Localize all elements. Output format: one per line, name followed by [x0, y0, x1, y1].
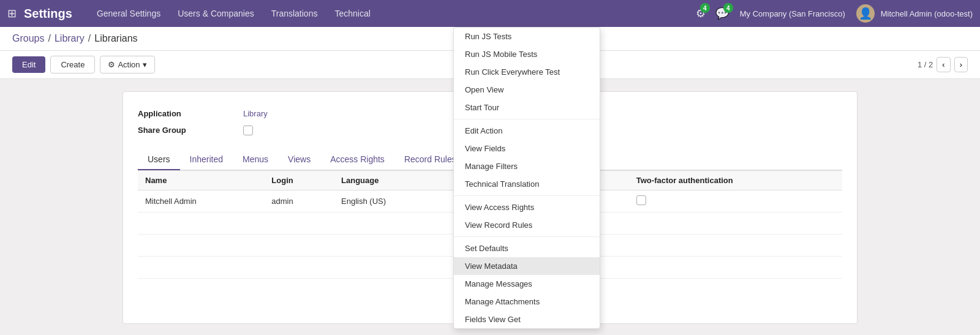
avatar-image: 👤 — [859, 7, 872, 20]
share-group-checkbox-wrapper — [243, 123, 383, 137]
menu-set-defaults[interactable]: Set Defaults — [454, 239, 600, 257]
create-button[interactable]: Create — [50, 56, 95, 73]
cell-language: English (US) — [334, 190, 448, 213]
menu-run-click-everywhere[interactable]: Run Click Everywhere Test — [454, 63, 600, 81]
menu-manage-filters[interactable]: Manage Filters — [454, 157, 600, 175]
tab-menus[interactable]: Menus — [233, 149, 278, 170]
app-grid-icon[interactable]: ⊞ — [7, 7, 17, 20]
breadcrumb-librarians: Librarians — [94, 33, 137, 44]
breadcrumb-groups[interactable]: Groups — [12, 33, 44, 44]
pagination: 1 / 2 ‹ › — [918, 57, 968, 72]
top-nav: ⊞ Settings General Settings Users & Comp… — [0, 0, 980, 27]
menu-view-metadata[interactable]: View Metadata — [454, 257, 600, 275]
divider-2 — [454, 195, 600, 196]
tab-views[interactable]: Views — [278, 149, 320, 170]
nav-links: General Settings Users & Companies Trans… — [89, 5, 696, 22]
nav-technical[interactable]: Technical — [327, 5, 377, 22]
nav-right: ⚙ 4 💬 4 My Company (San Francisco) 👤 Mit… — [696, 4, 973, 23]
edit-button[interactable]: Edit — [12, 56, 45, 73]
menu-view-record-rules[interactable]: View Record Rules — [454, 216, 600, 234]
breadcrumb-sep2: / — [88, 33, 91, 44]
company-name[interactable]: My Company (San Francisco) — [735, 7, 850, 21]
nav-translations[interactable]: Translations — [264, 5, 325, 22]
menu-start-tour[interactable]: Start Tour — [454, 99, 600, 116]
col-login: Login — [264, 171, 334, 190]
action-button[interactable]: ⚙ Action ▾ — [100, 56, 154, 73]
app-title: Settings — [24, 7, 72, 21]
dropdown-menu: Run JS Tests Run JS Mobile Tests Run Cli… — [453, 27, 600, 329]
nav-users-companies[interactable]: Users & Companies — [170, 5, 262, 22]
menu-technical-translation[interactable]: Technical Translation — [454, 175, 600, 193]
two-factor-checkbox[interactable] — [636, 195, 646, 205]
prev-page-button[interactable]: ‹ — [937, 57, 950, 72]
caret-icon: ▾ — [143, 60, 147, 69]
divider-3 — [454, 236, 600, 237]
chat-nav-button[interactable]: 💬 4 — [715, 7, 729, 20]
menu-view-access-rights[interactable]: View Access Rights — [454, 198, 600, 216]
next-page-button[interactable]: › — [954, 57, 968, 72]
menu-run-js-tests[interactable]: Run JS Tests — [454, 28, 600, 45]
page-info: 1 / 2 — [918, 60, 933, 69]
tab-access-rights[interactable]: Access Rights — [320, 149, 394, 170]
col-language: Language — [334, 171, 448, 190]
gear-nav-button[interactable]: ⚙ 4 — [696, 7, 706, 20]
menu-edit-action[interactable]: Edit Action — [454, 122, 600, 140]
col-two-factor: Two-factor authentication — [629, 171, 842, 190]
user-name[interactable]: Mitchell Admin (odoo-test) — [881, 9, 973, 18]
user-avatar[interactable]: 👤 — [856, 4, 875, 23]
share-group-checkbox[interactable] — [243, 126, 253, 135]
menu-manage-messages[interactable]: Manage Messages — [454, 275, 600, 293]
action-label: Action — [118, 60, 140, 69]
menu-fields-view-get[interactable]: Fields View Get — [454, 311, 600, 328]
menu-manage-attachments[interactable]: Manage Attachments — [454, 293, 600, 311]
gear-badge: 4 — [700, 3, 710, 13]
gear-action-icon: ⚙ — [108, 60, 115, 69]
application-label: Application — [138, 107, 236, 118]
chat-badge: 4 — [723, 3, 733, 13]
cell-two-factor — [629, 190, 842, 213]
share-group-label: Share Group — [138, 123, 236, 137]
menu-view-fields[interactable]: View Fields — [454, 140, 600, 157]
divider-1 — [454, 119, 600, 119]
col-name: Name — [138, 171, 264, 190]
cell-name: Mitchell Admin — [138, 190, 264, 213]
nav-general-settings[interactable]: General Settings — [89, 5, 168, 22]
menu-open-view[interactable]: Open View — [454, 81, 600, 99]
tab-inherited[interactable]: Inherited — [180, 149, 233, 170]
form-fields: Application Library Share Group — [138, 107, 383, 137]
breadcrumb-sep1: / — [48, 33, 50, 44]
cell-login: admin — [264, 190, 334, 213]
application-value[interactable]: Library — [243, 107, 383, 118]
tab-users[interactable]: Users — [138, 149, 180, 170]
main-content: Application Library Share Group Users In… — [0, 79, 980, 335]
menu-run-js-mobile-tests[interactable]: Run JS Mobile Tests — [454, 45, 600, 63]
breadcrumb-library[interactable]: Library — [55, 33, 85, 44]
